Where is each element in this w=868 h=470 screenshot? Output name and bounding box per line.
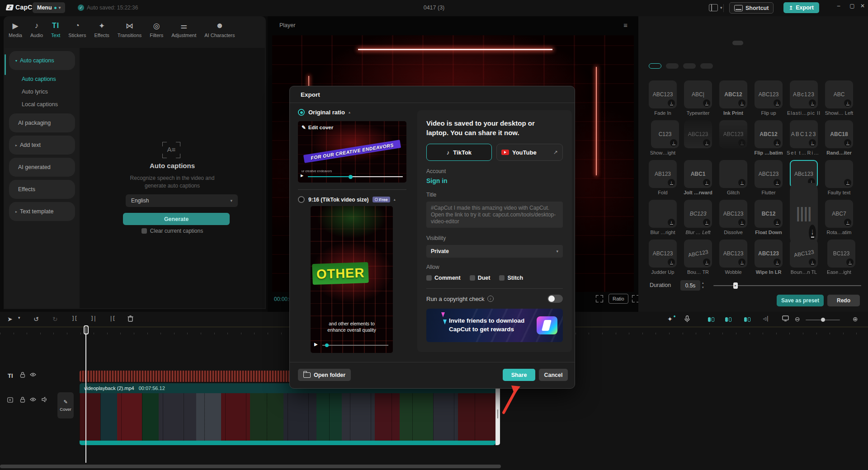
lock-icon[interactable] <box>20 397 25 403</box>
tiktok-button[interactable]: ♪ TikTok <box>426 144 492 161</box>
animation-tile[interactable]: ABC18 ↓ Rand…iter <box>825 120 853 148</box>
animation-tile[interactable]: BC12 ↓ Float Down <box>755 200 783 228</box>
share-button[interactable]: Share <box>503 369 535 381</box>
playhead[interactable] <box>85 327 86 463</box>
visibility-select[interactable]: Private ▾ <box>426 245 563 258</box>
video-clip[interactable]: videoplayback (2).mp4 00:07:56.12 <box>80 383 495 445</box>
animation-pill[interactable] <box>649 63 661 69</box>
sign-in-link[interactable]: Sign in <box>426 177 563 184</box>
ribbon-tab[interactable]: ☻ AI Characters <box>200 17 239 46</box>
language-select[interactable]: English ▾ <box>126 194 238 207</box>
cover-button[interactable]: ✎ Cover <box>57 392 74 418</box>
playhead-handle[interactable] <box>84 325 89 334</box>
edit-cover-button[interactable]: ✎ Edit cover <box>302 124 333 131</box>
animation-tile[interactable]: ABC123 ↓ Bou… TR <box>684 240 712 268</box>
animation-tile[interactable]: ABC123 ↓ Wobble <box>719 240 747 268</box>
open-folder-button[interactable]: Open folder <box>298 369 351 381</box>
zoom-in-icon[interactable]: ⊕ <box>853 315 858 323</box>
eye-icon[interactable] <box>30 397 36 402</box>
ribbon-tab[interactable]: ▶ Media <box>5 17 26 46</box>
animation-tile[interactable]: ABC123 ↓ Flip up <box>755 80 783 108</box>
animation-tile[interactable]: ║║║║ ↓ Pop Up <box>790 183 818 244</box>
lock-icon[interactable] <box>20 372 25 378</box>
duration-stepper[interactable]: ▴▾ <box>702 281 704 290</box>
allow-option[interactable]: Comment <box>426 275 461 281</box>
text-subtab[interactable] <box>681 41 692 45</box>
checkbox-icon[interactable] <box>499 275 505 281</box>
animation-tile[interactable]: AB123 ↓ Fold <box>649 160 677 188</box>
ribbon-tab[interactable]: ⋈ Transitions <box>113 17 146 46</box>
ribbon-tab[interactable]: ◎ Filters <box>146 17 167 46</box>
undo-icon[interactable]: ↺ <box>33 315 39 323</box>
duration-slider-handle[interactable]: ▸ <box>733 282 738 289</box>
allow-option[interactable]: Stitch <box>499 275 523 281</box>
clear-captions-checkbox[interactable] <box>142 228 147 234</box>
play-icon[interactable]: ▶ <box>314 342 318 347</box>
sidebar-item[interactable]: ▾ Auto captions <box>9 51 75 70</box>
animation-tile[interactable]: C123 ↓ Show…ight <box>649 120 679 148</box>
cover-scrubber[interactable]: ▶ <box>301 174 403 179</box>
redo-button[interactable]: Redo <box>827 295 860 306</box>
animation-tile[interactable]: ↓ Blur …right <box>649 200 677 228</box>
animation-tile[interactable]: ABC123 ↓ Flutter <box>755 160 783 188</box>
animation-tile[interactable]: ABC12 ↓ Ink Print <box>719 80 747 108</box>
snap-frame-icon[interactable] <box>596 295 603 302</box>
vertical-scrubber[interactable]: ▶ <box>314 343 388 348</box>
trim-right-icon[interactable]: |[ <box>109 315 115 322</box>
animation-tile[interactable]: ABC123 ↓ Judder Up <box>649 240 677 268</box>
ribbon-tab[interactable]: ♪ Audio <box>26 17 47 46</box>
radio-selected-icon[interactable] <box>298 109 305 116</box>
split-icon[interactable]: ][ <box>71 315 77 322</box>
ribbon-tab[interactable]: ◔ Stickers <box>64 17 90 46</box>
allow-option[interactable]: Duet <box>470 275 491 281</box>
animation-tile[interactable]: ABC7 ↓ Rota…atim <box>825 200 853 228</box>
maximize-button[interactable]: ▢ <box>848 3 857 9</box>
animation-tile[interactable]: ABC123 ↓ Dissolve <box>719 200 747 228</box>
sidebar-item[interactable]: ▸ Text template <box>9 202 75 221</box>
animation-pill[interactable] <box>700 63 713 69</box>
track-expand-icon[interactable] <box>744 317 750 322</box>
shortcut-button[interactable]: Shortcut <box>729 2 774 14</box>
zoom-out-icon[interactable]: ⊖ <box>795 315 800 323</box>
trim-left-icon[interactable]: ]| <box>90 315 96 322</box>
animation-tile[interactable]: ABC123 ↓ Sho…own <box>684 120 712 148</box>
play-icon[interactable]: ▶ <box>301 174 303 178</box>
magic-wand-icon[interactable]: ✦ <box>667 315 673 323</box>
animation-tile[interactable]: ABC12 ↓ Flip …batim <box>755 120 783 148</box>
microphone-icon[interactable] <box>684 315 690 322</box>
animation-pill[interactable] <box>683 63 696 69</box>
timeline-zoom-slider[interactable] <box>806 320 840 320</box>
animation-tile[interactable]: BC123 ↓ Blur … Left <box>684 200 712 228</box>
ratio-button[interactable]: Ratio <box>609 294 628 304</box>
animation-tile[interactable]: ABC123 ↓ Fade In <box>649 80 677 108</box>
save-as-preset-button[interactable]: Save as preset <box>777 295 824 306</box>
close-button[interactable]: ✕ <box>858 3 867 9</box>
animation-tile[interactable]: ABC| ↓ Typewriter <box>684 80 712 108</box>
delete-icon[interactable] <box>127 315 133 322</box>
ribbon-tab[interactable]: TI Text <box>47 17 64 46</box>
sidebar-item[interactable]: ▸ Add text <box>9 136 75 155</box>
mute-icon[interactable] <box>42 397 48 402</box>
sidebar-item[interactable]: Effects <box>9 180 75 199</box>
animation-tile[interactable]: ABC123 ↓ Wipe In LR <box>755 240 783 268</box>
animation-tile[interactable]: BC123 ↓ Ease…ight <box>825 240 855 268</box>
sidebar-item[interactable]: Local captions <box>9 99 75 110</box>
player-menu-icon[interactable]: ≡ <box>623 21 627 29</box>
tiktok-size-option[interactable]: 9:16 (TikTok video size) Free ▴ <box>298 196 396 203</box>
sidebar-item[interactable]: AI generated <box>9 158 75 177</box>
checkbox-icon[interactable] <box>470 275 475 281</box>
text-subtab[interactable] <box>664 41 675 45</box>
animation-tile[interactable]: ↓ Glitch <box>719 160 747 188</box>
scrubber-handle[interactable] <box>349 175 353 179</box>
invite-banner[interactable]: Invite friends to downloadCapCut to get … <box>426 309 563 342</box>
youtube-button[interactable]: YouTube ↗ <box>496 144 563 161</box>
layout-switch-button[interactable]: ▾ <box>709 4 722 11</box>
ribbon-tab[interactable]: ✦ Effects <box>90 17 113 46</box>
timeline-zoom-handle[interactable] <box>821 318 825 322</box>
text-subtab[interactable] <box>715 41 726 45</box>
animation-tile[interactable]: ABC123 ↓ Showing Up <box>719 120 747 148</box>
select-tool-icon[interactable]: ➤ <box>7 315 13 323</box>
duration-slider[interactable]: ▸ <box>713 285 861 286</box>
copyright-toggle[interactable] <box>547 295 563 303</box>
timeline-scrollbar[interactable] <box>0 465 501 468</box>
